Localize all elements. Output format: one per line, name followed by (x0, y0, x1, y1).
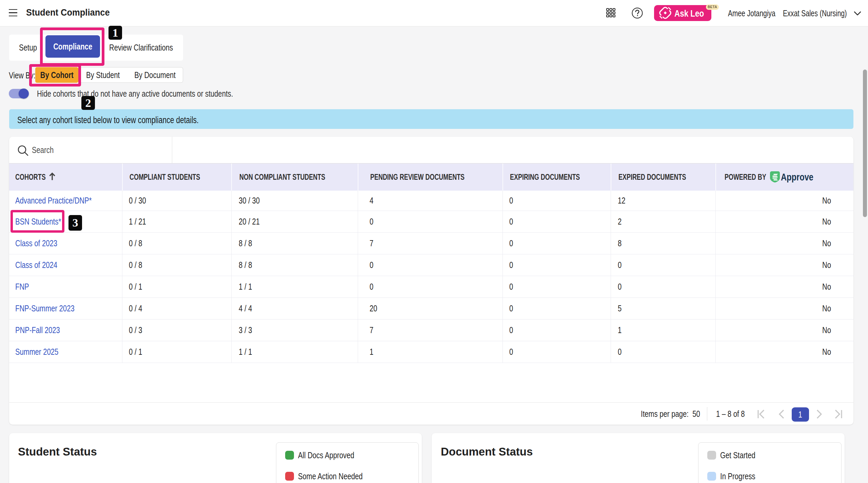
svg-text:Approve: Approve (781, 172, 813, 182)
